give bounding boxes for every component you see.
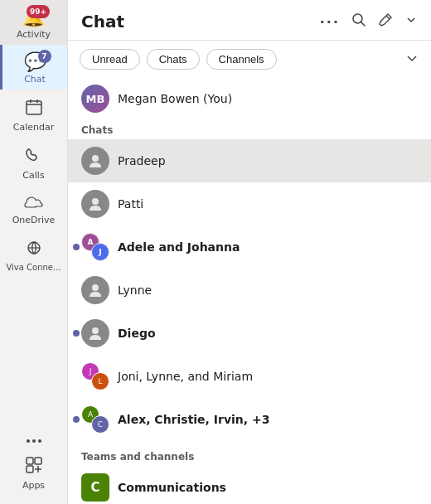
- pradeep-avatar: [81, 147, 109, 175]
- header-icons: ···: [320, 12, 418, 31]
- chat-name-lynne: Lynne: [118, 284, 418, 297]
- chat-item-lynne[interactable]: Lynne: [68, 269, 431, 312]
- chat-badge: 7: [38, 50, 51, 63]
- chat-list: MB Megan Bowen (You) Chats Pradeep: [68, 76, 431, 504]
- sidebar-item-label-calls: Calls: [22, 170, 44, 181]
- svg-point-14: [92, 198, 99, 205]
- sidebar: 🔔 99+ Activity 💬 7 Chat Calendar: [0, 0, 68, 504]
- my-contact[interactable]: MB Megan Bowen (You): [68, 76, 431, 119]
- diego-avatar: [81, 319, 109, 347]
- chats-section-label: Chats: [68, 119, 431, 139]
- filter-unread[interactable]: Unread: [80, 49, 140, 70]
- sidebar-item-chat[interactable]: 💬 7 Chat: [0, 45, 67, 90]
- sidebar-item-apps[interactable]: Apps: [0, 448, 67, 496]
- svg-rect-0: [27, 101, 41, 114]
- chat-header: Chat ···: [68, 0, 431, 41]
- calls-icon: [25, 146, 43, 167]
- chat-icon: 💬 7: [24, 53, 46, 71]
- activity-icon: 🔔 99+: [22, 8, 45, 27]
- svg-rect-7: [27, 466, 33, 472]
- sidebar-item-label-onedrive: OneDrive: [12, 215, 56, 225]
- chat-name-joni-group: Joni, Lynne, and Miriam: [118, 370, 418, 383]
- apps-icon: [25, 456, 43, 477]
- viva-icon: [25, 239, 43, 260]
- activity-badge: 99+: [27, 5, 50, 18]
- chat-item-pradeep[interactable]: Pradeep: [68, 139, 431, 182]
- my-contact-name: Megan Bowen (You): [118, 92, 232, 105]
- unread-indicator-alex: [73, 416, 80, 423]
- filter-chats[interactable]: Chats: [147, 49, 200, 70]
- svg-point-16: [92, 327, 99, 334]
- unread-indicator: [73, 244, 80, 250]
- sidebar-item-more[interactable]: [0, 431, 67, 448]
- filter-expand-icon[interactable]: [404, 51, 419, 69]
- unread-indicator-diego: [73, 330, 80, 337]
- my-contact-avatar: MB: [81, 85, 109, 113]
- sidebar-item-onedrive[interactable]: OneDrive: [0, 186, 67, 230]
- calendar-icon: [25, 98, 43, 119]
- chat-item-patti[interactable]: Patti: [68, 182, 431, 225]
- sidebar-item-calls[interactable]: Calls: [0, 138, 67, 186]
- teams-section-label: Teams and channels: [68, 446, 431, 466]
- sidebar-item-activity[interactable]: 🔔 99+ Activity: [0, 0, 67, 45]
- chat-name-patti: Patti: [118, 197, 418, 211]
- sidebar-item-label-calendar: Calendar: [13, 122, 54, 133]
- filter-bar: Unread Chats Channels: [68, 41, 431, 76]
- chat-item-joni-group[interactable]: J L Joni, Lynne, and Miriam: [68, 355, 431, 398]
- main-panel: Chat ···: [68, 0, 431, 504]
- sidebar-item-label-chat: Chat: [24, 74, 46, 85]
- sidebar-item-label-apps: Apps: [22, 480, 45, 491]
- channel-item-communications[interactable]: C Communications: [68, 466, 431, 504]
- communications-initial: C: [90, 480, 99, 495]
- svg-point-13: [92, 155, 99, 162]
- sidebar-item-label-activity: Activity: [17, 29, 51, 40]
- communications-avatar: C: [81, 473, 109, 502]
- alex-group-avatar: A C: [81, 405, 109, 434]
- svg-line-12: [386, 16, 390, 19]
- chat-name-adele-johanna: Adele and Johanna: [118, 240, 418, 254]
- sidebar-item-label-viva: Viva Conne...: [6, 263, 61, 272]
- compose-button[interactable]: [378, 12, 393, 31]
- filter-channels[interactable]: Channels: [206, 49, 277, 70]
- chat-item-diego[interactable]: Diego: [68, 312, 431, 355]
- page-title: Chat: [81, 12, 320, 32]
- more-options-button[interactable]: ···: [320, 13, 340, 30]
- chat-item-adele-johanna[interactable]: A J Adele and Johanna: [68, 225, 431, 269]
- channel-name-communications: Communications: [118, 481, 226, 494]
- chat-name-diego: Diego: [118, 327, 418, 340]
- patti-avatar: [81, 190, 109, 218]
- sidebar-item-calendar[interactable]: Calendar: [0, 90, 67, 138]
- svg-line-11: [361, 22, 366, 27]
- chevron-down-icon[interactable]: [404, 13, 418, 30]
- svg-rect-5: [27, 458, 33, 464]
- chat-name-alex-group: Alex, Christie, Irvin, +3: [118, 413, 418, 426]
- svg-rect-6: [35, 458, 41, 464]
- search-button[interactable]: [351, 12, 366, 31]
- sidebar-item-viva[interactable]: Viva Conne...: [0, 230, 67, 277]
- onedrive-icon: [24, 194, 44, 212]
- lynne-avatar: [81, 276, 109, 304]
- adele-johanna-avatar: A J: [81, 233, 109, 261]
- svg-point-15: [92, 284, 99, 291]
- chat-name-pradeep: Pradeep: [118, 154, 418, 167]
- joni-group-avatar: J L: [81, 362, 109, 390]
- chat-item-alex-group[interactable]: A C Alex, Christie, Irvin, +3: [68, 398, 431, 441]
- more-icon: [27, 439, 41, 443]
